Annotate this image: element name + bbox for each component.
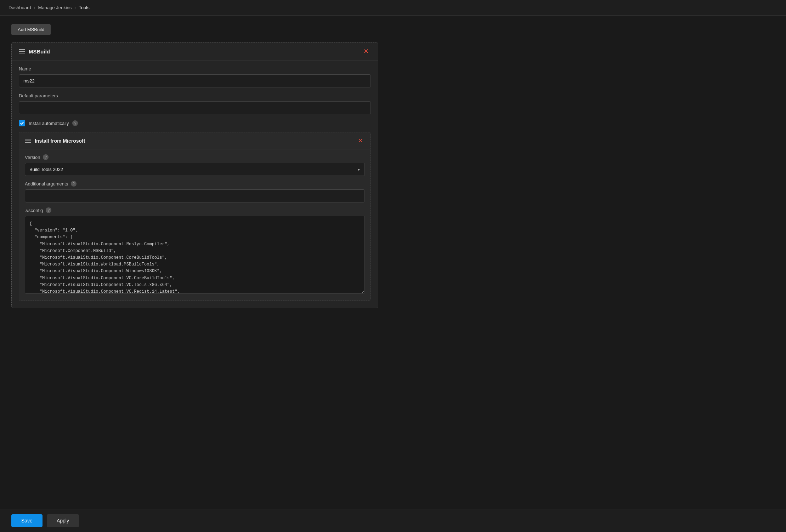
msbuild-card: MSBuild ✕ Name Default parameters Instal… <box>11 42 378 308</box>
subcard-header: Install from Microsoft ✕ <box>19 132 371 149</box>
save-button[interactable]: Save <box>11 514 43 527</box>
msbuild-card-title: MSBuild <box>29 48 50 55</box>
version-label-row: Version ? <box>25 154 365 160</box>
add-msbuild-button[interactable]: Add MSBuild <box>11 24 51 35</box>
name-section: Name <box>12 61 378 87</box>
install-automatically-row: Install automatically ? <box>12 114 378 126</box>
drag-handle-icon[interactable] <box>19 49 25 53</box>
breadcrumb-manage-jenkins[interactable]: Manage Jenkins <box>38 5 72 10</box>
name-label: Name <box>19 66 371 71</box>
vsconfig-textarea[interactable] <box>25 216 365 294</box>
footer-bar: Save Apply <box>0 509 786 532</box>
additional-args-section: Additional arguments ? <box>19 176 371 202</box>
msbuild-card-close-button[interactable]: ✕ <box>361 47 371 55</box>
subcard-close-button[interactable]: ✕ <box>356 137 365 145</box>
apply-button[interactable]: Apply <box>47 514 79 527</box>
version-select-wrapper: Build Tools 2022 Build Tools 2019 Build … <box>25 163 365 176</box>
breadcrumb: Dashboard › Manage Jenkins › Tools <box>0 0 786 16</box>
default-params-label: Default parameters <box>19 93 371 98</box>
default-params-input[interactable] <box>19 101 371 114</box>
additional-args-input[interactable] <box>25 189 365 202</box>
install-automatically-label: Install automatically <box>29 121 69 126</box>
vsconfig-label-row: .vsconfig ? <box>19 202 371 213</box>
subcard-title: Install from Microsoft <box>35 138 85 144</box>
install-from-microsoft-subcard: Install from Microsoft ✕ Version ? Build… <box>19 132 371 301</box>
msbuild-card-header: MSBuild ✕ <box>12 42 378 61</box>
subcard-header-left: Install from Microsoft <box>25 138 85 144</box>
breadcrumb-sep-1: › <box>34 5 35 10</box>
default-params-section: Default parameters <box>12 87 378 114</box>
additional-args-label-row: Additional arguments ? <box>25 181 365 187</box>
name-input[interactable] <box>19 74 371 87</box>
card-header-left: MSBuild <box>19 48 50 55</box>
vsconfig-help-icon[interactable]: ? <box>46 207 51 213</box>
version-select[interactable]: Build Tools 2022 Build Tools 2019 Build … <box>25 163 365 176</box>
breadcrumb-tools: Tools <box>79 5 89 10</box>
additional-args-help-icon[interactable]: ? <box>71 181 77 187</box>
install-automatically-checkbox[interactable] <box>19 120 25 126</box>
breadcrumb-sep-2: › <box>74 5 76 10</box>
version-section: Version ? Build Tools 2022 Build Tools 2… <box>19 149 371 176</box>
install-automatically-help-icon[interactable]: ? <box>72 120 78 126</box>
version-label: Version <box>25 155 40 160</box>
subcard-drag-handle-icon[interactable] <box>25 139 31 143</box>
breadcrumb-dashboard[interactable]: Dashboard <box>9 5 31 10</box>
additional-args-label: Additional arguments <box>25 181 68 187</box>
vsconfig-label: .vsconfig <box>25 208 43 213</box>
version-help-icon[interactable]: ? <box>43 154 49 160</box>
